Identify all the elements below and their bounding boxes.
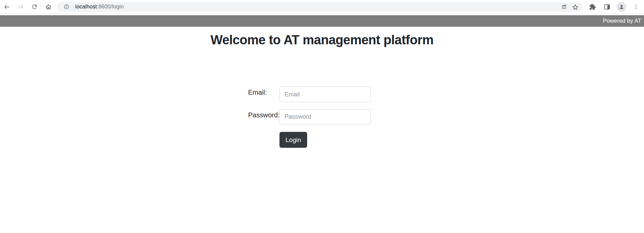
browser-window: localhost:8600/login bbox=[0, 0, 644, 233]
extensions-icon[interactable] bbox=[586, 1, 598, 13]
nav-icons-group bbox=[0, 1, 54, 13]
email-label: Email: bbox=[248, 89, 267, 96]
avatar bbox=[617, 2, 626, 12]
login-button[interactable]: Login bbox=[279, 132, 307, 148]
reload-icon[interactable] bbox=[28, 1, 41, 13]
browser-toolbar: localhost:8600/login bbox=[0, 0, 644, 14]
profile-icon[interactable] bbox=[615, 1, 627, 13]
url-text: localhost:8600/login bbox=[75, 4, 124, 10]
toolbar-right-group bbox=[583, 1, 644, 13]
page-title: Welcome to AT management platform bbox=[0, 33, 644, 47]
password-field[interactable] bbox=[279, 109, 371, 124]
powered-by-banner: Powered by AT bbox=[0, 15, 644, 27]
bookmark-star-icon[interactable] bbox=[570, 2, 581, 11]
side-panel-icon[interactable] bbox=[601, 1, 613, 13]
forward-icon[interactable] bbox=[15, 1, 27, 13]
share-icon[interactable] bbox=[559, 2, 570, 11]
url-host: localhost bbox=[75, 4, 97, 9]
password-label: Password: bbox=[248, 111, 279, 119]
powered-by-label: Powered by AT bbox=[603, 18, 641, 24]
menu-dots-icon[interactable] bbox=[630, 1, 642, 13]
url-path: :8600/login bbox=[97, 4, 124, 9]
info-icon[interactable] bbox=[61, 2, 72, 11]
email-field[interactable] bbox=[279, 87, 371, 102]
address-bar[interactable]: localhost:8600/login bbox=[57, 2, 583, 12]
back-icon[interactable] bbox=[1, 1, 13, 13]
home-icon[interactable] bbox=[42, 1, 54, 13]
